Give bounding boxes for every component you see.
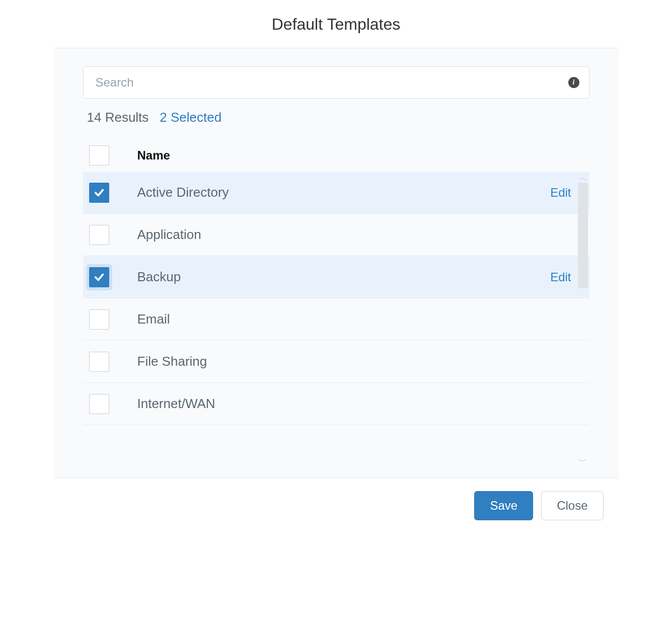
row-name: File Sharing <box>137 354 535 369</box>
row-name: Email <box>137 311 535 327</box>
row-name: Active Directory <box>137 185 535 200</box>
row-name: Internet/WAN <box>137 396 535 412</box>
search-input[interactable] <box>83 66 589 99</box>
edit-link[interactable]: Edit <box>550 270 571 284</box>
select-all-checkbox[interactable] <box>89 145 109 166</box>
table-row[interactable]: Active DirectoryEdit <box>83 172 589 214</box>
row-checkbox[interactable] <box>89 394 109 414</box>
table-row[interactable]: BackupEdit <box>83 256 589 298</box>
row-checkbox[interactable] <box>89 225 109 245</box>
row-name: Backup <box>137 269 535 285</box>
list-viewport: Active DirectoryEditApplicationBackupEdi… <box>83 172 589 467</box>
table-row[interactable]: Internet/WAN <box>83 383 589 425</box>
modal-body: i 14 Results 2 Selected Name Active Dire… <box>54 48 619 477</box>
row-checkbox[interactable] <box>89 309 109 330</box>
modal-header: Default Templates <box>54 0 619 48</box>
save-button[interactable]: Save <box>474 491 533 520</box>
table-row[interactable]: File Sharing <box>83 341 589 383</box>
results-count: 14 Results <box>87 110 149 125</box>
modal-footer: Save Close <box>54 477 619 533</box>
results-bar: 14 Results 2 Selected <box>83 110 589 125</box>
table-row[interactable]: Email <box>83 298 589 341</box>
template-list[interactable]: Active DirectoryEditApplicationBackupEdi… <box>83 172 589 467</box>
search-wrap: i <box>83 66 589 99</box>
row-checkbox[interactable] <box>89 183 109 203</box>
results-selected[interactable]: 2 Selected <box>160 110 221 125</box>
row-name: Application <box>137 227 535 243</box>
table-header: Name <box>83 139 589 172</box>
default-templates-modal: Default Templates i 14 Results 2 Selecte… <box>54 0 619 533</box>
modal-title: Default Templates <box>54 15 619 34</box>
row-checkbox[interactable] <box>89 352 109 372</box>
info-icon[interactable]: i <box>568 77 579 88</box>
edit-link[interactable]: Edit <box>550 186 571 199</box>
row-checkbox[interactable] <box>89 267 109 287</box>
close-button[interactable]: Close <box>541 491 603 520</box>
table-row[interactable]: Application <box>83 214 589 256</box>
column-header-name[interactable]: Name <box>137 148 535 163</box>
